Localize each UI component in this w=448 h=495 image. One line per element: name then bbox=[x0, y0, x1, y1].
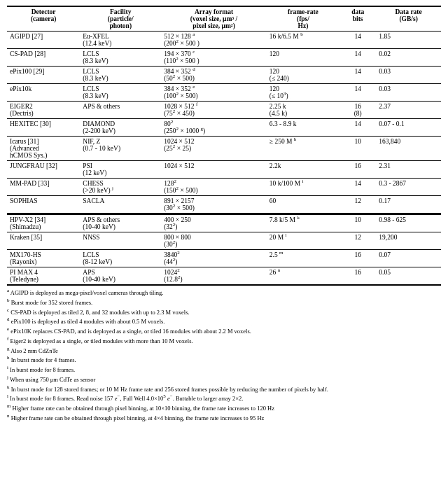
table-row: PI MAX 4(Teledyne) APS(10-40 keV) 10242(… bbox=[7, 267, 441, 286]
cell-datarate: 2.31 bbox=[376, 161, 441, 179]
cell-detector: HEXITEC [30] bbox=[7, 119, 80, 137]
cell-facility: SACLA bbox=[80, 196, 161, 214]
cell-facility: APS & others(10-40 keV) bbox=[80, 215, 161, 232]
cell-databits: 14 bbox=[340, 32, 376, 49]
cell-framerate: 16 k/6.5 M b bbox=[267, 32, 340, 49]
footnote-b: b Burst mode for 352 stored frames. bbox=[7, 298, 441, 307]
footnote-l: l In burst mode for 8 frames. Read noise… bbox=[7, 394, 441, 403]
cell-detector: Kraken [35] bbox=[7, 232, 80, 250]
footnote-c: c CS-PAD is deployed as tiled 2, 8, and … bbox=[7, 308, 441, 317]
table-row: ePix10k LCLS(8.3 keV) 384 × 352 e(1002 ×… bbox=[7, 84, 441, 102]
table-row: HEXITEC [30] DIAMOND(2-200 keV) 802(2502… bbox=[7, 119, 441, 137]
cell-datarate: 163,840 bbox=[376, 137, 441, 161]
cell-detector: EIGER2(Dectris) bbox=[7, 102, 80, 119]
cell-datarate: 0.07 - 0.1 bbox=[376, 119, 441, 137]
cell-framerate: 60 bbox=[267, 196, 340, 214]
cell-framerate: 2.25 k(4.5 k) bbox=[267, 102, 340, 119]
cell-facility: LCLS(8.3 keV) bbox=[80, 67, 161, 84]
footnote-m: m Higher frame rate can be obtained thro… bbox=[7, 404, 441, 413]
table-row: AGIPD [27] Eu-XFEL(12.4 keV) 512 × 128 a… bbox=[7, 32, 441, 49]
cell-detector: HPV-X2 [34](Shimadzu) bbox=[7, 215, 80, 232]
footnotes-section: a AGIPD is deployed as mega-pixel/voxel … bbox=[7, 288, 441, 423]
footnote-i: i In burst mode for 8 frames. bbox=[7, 365, 441, 375]
cell-array: 1024 × 512 bbox=[161, 161, 267, 179]
cell-datarate: 0.02 bbox=[376, 49, 441, 67]
table-row: JUNGFRAU [32] PSI(12 keV) 1024 × 512 2.2… bbox=[7, 161, 441, 179]
cell-facility: APS & others bbox=[80, 102, 161, 119]
cell-detector: MM-PAD [33] bbox=[7, 179, 80, 196]
detector-table: Detector(camera) Facility(particle/photo… bbox=[7, 6, 441, 286]
footnote-k: k In burst mode for 128 stored frames; o… bbox=[7, 385, 441, 394]
cell-array: 802(2502 × 1000 g) bbox=[161, 119, 267, 137]
table-row: MX170-HS(Rayonix) LCLS(8-12 keV) 38402(4… bbox=[7, 250, 441, 267]
cell-framerate: 2.5 m bbox=[267, 250, 340, 267]
cell-datarate: 0.07 bbox=[376, 250, 441, 267]
cell-detector: AGIPD [27] bbox=[7, 32, 80, 49]
col-header-datarate: Data rate(GB/s) bbox=[376, 6, 441, 32]
cell-array: 384 × 352 e(1002 × 500) bbox=[161, 84, 267, 102]
cell-array: 800 × 800(302) bbox=[161, 232, 267, 250]
footnote-n: n Higher frame rate can be obtained thro… bbox=[7, 414, 441, 423]
cell-framerate: 20 M l bbox=[267, 232, 340, 250]
cell-datarate: 0.03 bbox=[376, 67, 441, 84]
cell-databits: 14 bbox=[340, 84, 376, 102]
cell-facility: NIF, Z(0.7 - 10 keV) bbox=[80, 137, 161, 161]
cell-array: 1028 × 512 f(752 × 450) bbox=[161, 102, 267, 119]
footnote-e: e ePix10K replaces CS-PAD, and is deploy… bbox=[7, 327, 441, 336]
cell-array: 400 × 250(322) bbox=[161, 215, 267, 232]
cell-databits: 14 bbox=[340, 119, 376, 137]
cell-facility: PSI(12 keV) bbox=[80, 161, 161, 179]
cell-facility: LCLS(8.3 keV) bbox=[80, 84, 161, 102]
cell-array: 512 × 128 a(2002 × 500 ) bbox=[161, 32, 267, 49]
cell-databits: 14 bbox=[340, 49, 376, 67]
cell-databits: 16 bbox=[340, 161, 376, 179]
footnote-j: j When using 750 μm CdTe as sensor bbox=[7, 375, 441, 384]
cell-datarate: 2.37 bbox=[376, 102, 441, 119]
cell-framerate: 120(≤ 240) bbox=[267, 67, 340, 84]
cell-databits: 14 bbox=[340, 67, 376, 84]
cell-detector: PI MAX 4(Teledyne) bbox=[7, 267, 80, 286]
cell-array: 384 × 352 d(502 × 500) bbox=[161, 67, 267, 84]
cell-framerate: 120 bbox=[267, 49, 340, 67]
cell-facility: LCLS(8.3 keV) bbox=[80, 49, 161, 67]
cell-datarate: 0.05 bbox=[376, 267, 441, 286]
footnote-h: h In burst mode for 4 frames. bbox=[7, 356, 441, 365]
cell-facility: DIAMOND(2-200 keV) bbox=[80, 119, 161, 137]
cell-framerate: 10 k/100 M i bbox=[267, 179, 340, 196]
table-row: CS-PAD [28] LCLS(8.3 keV) 194 × 370 c(11… bbox=[7, 49, 441, 67]
col-header-array: Array format(voxel size, μm³ /pixel size… bbox=[161, 6, 267, 32]
cell-databits: 10 bbox=[340, 137, 376, 161]
footnote-a: a AGIPD is deployed as mega-pixel/voxel … bbox=[7, 288, 441, 298]
table-row: HPV-X2 [34](Shimadzu) APS & others(10-40… bbox=[7, 215, 441, 232]
cell-framerate: 6.3 - 8.9 k bbox=[267, 119, 340, 137]
cell-detector: Icarus [31](AdvancedhCMOS Sys.) bbox=[7, 137, 80, 161]
col-header-framerate: frame-rate(fps/Hz) bbox=[267, 6, 340, 32]
table-row: Kraken [35] NNSS 800 × 800(302) 20 M l 1… bbox=[7, 232, 441, 250]
cell-detector: ePix100 [29] bbox=[7, 67, 80, 84]
cell-detector: ePix10k bbox=[7, 84, 80, 102]
col-header-detector: Detector(camera) bbox=[7, 6, 80, 32]
col-header-facility: Facility(particle/photon) bbox=[80, 6, 161, 32]
cell-facility: APS(10-40 keV) bbox=[80, 267, 161, 286]
cell-datarate: 0.03 bbox=[376, 84, 441, 102]
cell-databits: 14 bbox=[340, 179, 376, 196]
cell-framerate: 2.2k bbox=[267, 161, 340, 179]
cell-detector: MX170-HS(Rayonix) bbox=[7, 250, 80, 267]
cell-facility: Eu-XFEL(12.4 keV) bbox=[80, 32, 161, 49]
footnote-d: d ePix100 is deployed as tiled 4 modules… bbox=[7, 317, 441, 326]
cell-databits: 12 bbox=[340, 196, 376, 214]
cell-datarate: 0.17 bbox=[376, 196, 441, 214]
cell-databits: 16 bbox=[340, 250, 376, 267]
cell-framerate: 26 n bbox=[267, 267, 340, 286]
footnote-g: g Also 2 mm CdZnTe bbox=[7, 347, 441, 356]
footnote-f: f Eiger2 is deployed as a single, or til… bbox=[7, 337, 441, 346]
cell-detector: SOPHIAS bbox=[7, 196, 80, 214]
cell-databits: 10 bbox=[340, 215, 376, 232]
cell-facility: NNSS bbox=[80, 232, 161, 250]
cell-databits: 16 bbox=[340, 267, 376, 286]
table-row: MM-PAD [33] CHESS(>20 keV) j 1282(1502 ×… bbox=[7, 179, 441, 196]
table-row: SOPHIAS SACLA 891 × 2157(302 × 500) 60 1… bbox=[7, 196, 441, 214]
cell-framerate: ≥ 250 M h bbox=[267, 137, 340, 161]
cell-databits: 16(8) bbox=[340, 102, 376, 119]
cell-datarate: 19,200 bbox=[376, 232, 441, 250]
